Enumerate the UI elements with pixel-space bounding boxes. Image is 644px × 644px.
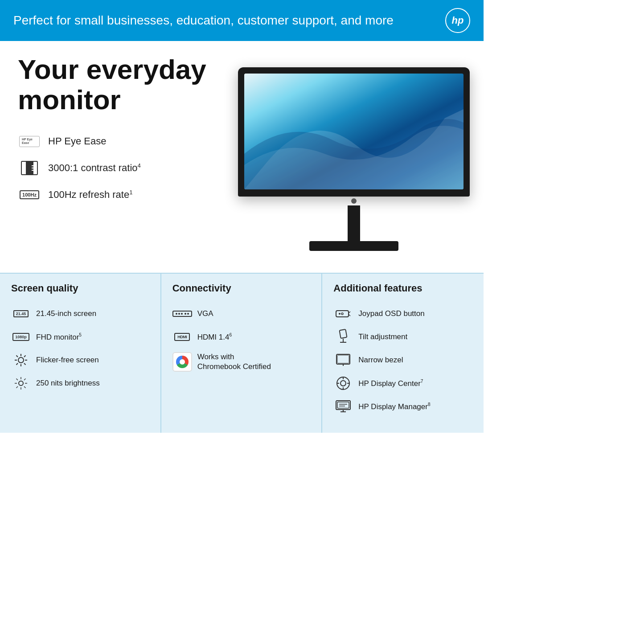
- monitor-base: [309, 241, 398, 251]
- fhd-icon: 1080p: [11, 329, 31, 345]
- contrast-ratio-icon: [18, 160, 41, 176]
- brightness-icon: [11, 375, 31, 391]
- monitor-neck: [348, 205, 360, 241]
- svg-point-23: [341, 313, 343, 315]
- chromebook-icon: [172, 352, 192, 372]
- monitor-screen: [244, 74, 464, 189]
- monitor-frame: [238, 67, 470, 197]
- spec-tilt: Tilt adjustment: [333, 329, 472, 345]
- joypad-osd-icon: [333, 306, 353, 322]
- hp-logo: hp: [445, 8, 470, 33]
- hp-logo-text: hp: [452, 15, 464, 26]
- svg-line-17: [24, 379, 26, 381]
- display-manager-label: HP Display Manager8: [358, 402, 430, 412]
- specs-section: Screen quality 21.45 21.45-inch screen 1…: [0, 273, 484, 433]
- svg-line-18: [16, 386, 18, 388]
- narrow-bezel-icon: [333, 352, 353, 368]
- spec-screen-size: 21.45 21.45-inch screen: [11, 306, 149, 322]
- bezel-label: Narrow bezel: [358, 355, 403, 365]
- spec-flicker: Flicker-free screen: [11, 352, 149, 368]
- top-banner: Perfect for small businesses, education,…: [0, 0, 484, 41]
- spec-joypad: Joypad OSD button: [333, 306, 472, 322]
- svg-line-6: [16, 356, 18, 357]
- screen-size-label: 21.45-inch screen: [36, 309, 96, 319]
- svg-rect-33: [337, 402, 349, 408]
- refresh-rate-icon: 100Hz: [18, 186, 41, 203]
- joypad-label: Joypad OSD button: [358, 309, 424, 319]
- spec-bezel: Narrow bezel: [333, 352, 472, 368]
- svg-rect-28: [337, 355, 349, 363]
- feature-eye-ease: HP Eye Ease HP Eye Ease: [18, 133, 229, 150]
- vga-icon: [172, 306, 192, 322]
- hero-left: Your everyday monitor HP Eye Ease HP Eye…: [18, 54, 238, 264]
- flicker-free-icon: [11, 352, 31, 368]
- spec-fhd: 1080p FHD monitor5: [11, 329, 149, 345]
- display-manager-icon: [333, 398, 353, 414]
- svg-point-31: [340, 381, 346, 386]
- spec-display-manager: HP Display Manager8: [333, 398, 472, 414]
- screen-quality-title: Screen quality: [11, 283, 149, 298]
- additional-title: Additional features: [333, 283, 472, 298]
- svg-point-22: [339, 313, 340, 315]
- display-center-label: HP Display Center7: [358, 378, 423, 389]
- feature-contrast: 3000:1 contrast ratio4: [18, 160, 229, 176]
- svg-point-10: [19, 381, 23, 386]
- screen-size-icon: 21.45: [11, 306, 31, 322]
- hero-title: Your everyday monitor: [18, 54, 229, 115]
- eye-ease-icon: HP Eye Ease: [18, 133, 41, 150]
- chromebook-label: Works withChromebook Certified: [197, 352, 271, 372]
- banner-text: Perfect for small businesses, education,…: [13, 13, 394, 28]
- monitor-image-area: [238, 54, 470, 264]
- screen-quality-column: Screen quality 21.45 21.45-inch screen 1…: [0, 274, 161, 433]
- additional-features-column: Additional features Joypad OSD button: [322, 274, 484, 433]
- eye-ease-label: HP Eye Ease: [48, 135, 106, 147]
- svg-rect-27: [336, 354, 350, 364]
- svg-line-8: [24, 356, 26, 357]
- spec-vga: VGA: [172, 306, 311, 322]
- tilt-adjustment-icon: [333, 329, 353, 345]
- connectivity-column: Connectivity VGA HDMI HDMI 1.46: [161, 274, 323, 433]
- svg-rect-24: [340, 329, 347, 338]
- feature-refresh: 100Hz 100Hz refresh rate1: [18, 186, 229, 203]
- svg-line-16: [24, 386, 26, 388]
- display-center-icon: [333, 375, 353, 391]
- vga-label: VGA: [197, 309, 213, 319]
- spec-brightness: 250 nits brightness: [11, 375, 149, 391]
- refresh-label: 100Hz refresh rate1: [48, 189, 133, 201]
- monitor-visual: [238, 67, 470, 251]
- svg-point-1: [18, 357, 24, 363]
- svg-line-9: [16, 363, 18, 365]
- hero-section: Your everyday monitor HP Eye Ease HP Eye…: [0, 41, 484, 273]
- connectivity-title: Connectivity: [172, 283, 311, 298]
- flicker-label: Flicker-free screen: [36, 355, 99, 365]
- monitor-logo: [351, 198, 357, 204]
- hdmi-icon: HDMI: [172, 329, 192, 345]
- hdmi-label: HDMI 1.46: [197, 332, 232, 342]
- spec-hdmi: HDMI HDMI 1.46: [172, 329, 311, 345]
- contrast-label: 3000:1 contrast ratio4: [48, 162, 141, 174]
- svg-line-7: [24, 363, 26, 365]
- spec-chromebook: Works withChromebook Certified: [172, 352, 311, 372]
- svg-rect-19: [336, 311, 349, 317]
- fhd-label: FHD monitor5: [36, 332, 82, 342]
- brightness-label: 250 nits brightness: [36, 378, 100, 388]
- tilt-label: Tilt adjustment: [358, 332, 407, 342]
- svg-line-15: [16, 379, 18, 381]
- spec-display-center: HP Display Center7: [333, 375, 472, 391]
